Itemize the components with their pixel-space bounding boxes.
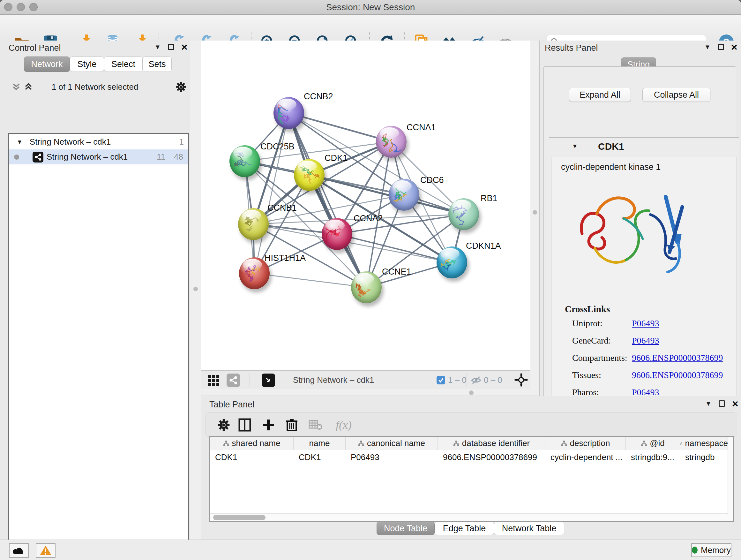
edge-CCNB2-CCNA1[interactable]	[289, 113, 391, 142]
network-list-header: 1 of 1 Network selected	[0, 79, 190, 94]
birds-eye-view-icon[interactable]	[262, 374, 275, 387]
node-CDC25B[interactable]	[229, 145, 260, 177]
protein-collapse-icon[interactable]: ▼	[572, 143, 578, 150]
node-CDK1[interactable]	[294, 159, 325, 191]
table-horizontal-scrollbar[interactable]	[210, 513, 728, 521]
node-label-CCNB1: CCNB1	[267, 203, 297, 213]
tab-style[interactable]: Style	[70, 57, 104, 72]
table-panel-close-icon[interactable]: ×	[732, 400, 738, 407]
fit-content-crosshair-icon[interactable]	[515, 373, 528, 387]
close-window-button[interactable]	[4, 3, 12, 11]
tab-select[interactable]: Select	[104, 57, 143, 72]
results-panel-float-icon[interactable]	[718, 44, 724, 50]
selected-nodes-checkbox[interactable]	[436, 376, 445, 384]
node-CCNB1[interactable]	[238, 208, 269, 240]
node-gloss	[326, 220, 345, 231]
column-header-canonical-name[interactable]: canonical name	[346, 437, 438, 450]
tab-network-table[interactable]: Network Table	[494, 522, 564, 535]
node-label-CCNE1: CCNE1	[382, 267, 411, 277]
network-collection-row[interactable]: ▼ String Network – cdk1 1	[9, 134, 188, 149]
tab-edge-table[interactable]: Edge Table	[434, 522, 494, 535]
node-CDC6[interactable]	[389, 179, 419, 211]
protein-name: CDK1	[598, 141, 624, 152]
results-panel-close-icon[interactable]: ×	[731, 44, 738, 50]
node-gloss	[243, 259, 262, 270]
node-CCNA2[interactable]	[322, 218, 352, 250]
column-network-icon	[641, 440, 647, 447]
left-splitter[interactable]	[190, 41, 201, 540]
collection-expand-icon[interactable]: ▼	[17, 138, 23, 145]
node-label-HIST1H1A: HIST1H1A	[265, 253, 306, 263]
node-CCNE1[interactable]	[351, 271, 382, 303]
delete-column-icon[interactable]	[284, 417, 299, 433]
crosslinks-title: CrossLinks	[565, 304, 610, 314]
table-gear-icon[interactable]	[216, 417, 231, 433]
memory-status-dot	[692, 547, 697, 554]
control-panel: Control Panel ▼ × NetworkStyleSelectSets…	[0, 41, 190, 540]
tab-network[interactable]: Network	[24, 57, 70, 72]
network-status-dot	[14, 154, 19, 160]
grid-view-icon[interactable]	[207, 373, 221, 387]
control-panel-title: Control Panel	[9, 43, 61, 53]
network-canvas[interactable]: CCNB2CCNA1CDC25BCDK1CDC6RB1CCNB1CCNA2CDK…	[201, 41, 530, 370]
crosslink-link[interactable]: P06493	[632, 335, 659, 346]
control-panel-collapse-icon[interactable]: ▼	[154, 44, 161, 50]
protein-section-header[interactable]: ▼ CDK1	[549, 138, 739, 156]
collection-count: 1	[179, 137, 184, 147]
table-panel-float-icon[interactable]	[719, 400, 725, 407]
control-panel-close-icon[interactable]: ×	[181, 44, 188, 50]
crosslink-link[interactable]: 9606.ENSP00000378699	[632, 353, 723, 363]
control-panel-float-icon[interactable]	[168, 44, 174, 50]
minimize-window-button[interactable]	[17, 3, 25, 11]
column-header-shared-name[interactable]: shared name	[210, 437, 293, 450]
results-panel: Results Panel ▼ × String Expand All Coll…	[539, 41, 741, 396]
add-column-icon[interactable]	[261, 417, 276, 433]
table-toolbar: f(x)	[205, 413, 737, 437]
main-toolbar: ?	[0, 15, 741, 41]
selected-counter: 1 – 0	[448, 371, 467, 389]
table-panel-collapse-icon[interactable]: ▼	[705, 400, 712, 407]
right-splitter[interactable]	[530, 41, 539, 396]
node-gloss	[298, 161, 317, 172]
results-panel-collapse-icon[interactable]: ▼	[704, 44, 711, 50]
expand-all-button[interactable]: Expand All	[569, 88, 631, 102]
node-gloss	[233, 147, 253, 159]
zoom-window-button[interactable]	[29, 3, 38, 11]
network-options-gear-icon[interactable]	[175, 81, 187, 94]
cloud-button[interactable]	[9, 543, 29, 558]
table-cell: stringdb	[680, 452, 728, 462]
show-columns-icon[interactable]	[237, 417, 253, 433]
app-window: Session: New Session ? Control Panel ▼ ×…	[0, 0, 741, 560]
table-cell: 9606.ENSP00000378699	[438, 452, 545, 462]
collapse-all-button[interactable]: Collapse All	[643, 88, 711, 102]
tab-node-table[interactable]: Node Table	[377, 522, 434, 535]
column-header-name[interactable]: name	[293, 437, 346, 450]
crosslink-link[interactable]: P06493	[632, 318, 659, 328]
node-CCNB2[interactable]	[273, 97, 304, 129]
column-network-icon	[561, 440, 567, 447]
node-gloss	[393, 180, 412, 192]
column-header--id[interactable]: @id	[626, 437, 680, 450]
memory-button[interactable]: Memory	[691, 543, 731, 557]
table-panel: Table Panel ▼ × f(x) shared namenamecano…	[201, 396, 741, 540]
table-row[interactable]: CDK1CDK1P064939606.ENSP00000378699cyclin…	[210, 450, 728, 464]
node-label-CCNA2: CCNA2	[354, 213, 383, 224]
column-header-namespace[interactable]: namespace	[680, 437, 728, 450]
share-network-icon[interactable]	[226, 374, 240, 387]
tab-sets[interactable]: Sets	[143, 57, 172, 72]
node-CDKN1A[interactable]	[436, 246, 467, 278]
node-gloss	[355, 273, 374, 285]
column-header-database-identifier[interactable]: database identifier	[438, 437, 545, 450]
node-RB1[interactable]	[448, 198, 479, 230]
network-row-selected[interactable]: String Network – cdk1 11 48	[9, 149, 188, 165]
edge-CCNB2-HIST1H1A[interactable]	[254, 113, 289, 273]
node-label-CCNB2: CCNB2	[304, 91, 333, 102]
crosslink-link[interactable]: 9606.ENSP00000378699	[632, 370, 723, 380]
warning-button[interactable]	[36, 543, 56, 558]
table-vertical-scrollbar[interactable]	[728, 437, 733, 521]
node-gloss	[277, 99, 296, 110]
crosslink-label: Compartments:	[572, 353, 627, 363]
column-header-description[interactable]: description	[545, 437, 626, 450]
node-CCNA1[interactable]	[376, 126, 407, 158]
edge-HIST1H1A-CCNE1[interactable]	[254, 273, 366, 287]
